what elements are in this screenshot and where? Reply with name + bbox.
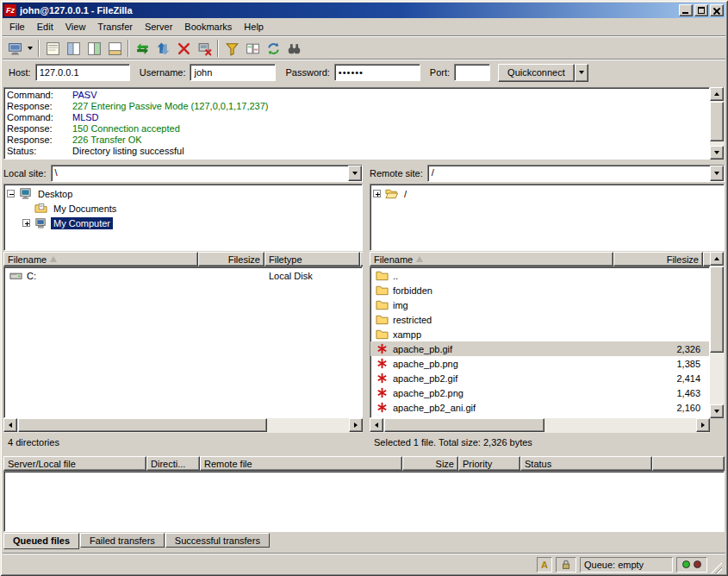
- scroll-right-button[interactable]: [349, 418, 363, 432]
- scroll-up-button[interactable]: [710, 252, 724, 266]
- scrollbar-thumb[interactable]: [710, 102, 724, 141]
- file-row[interactable]: ..: [370, 268, 709, 283]
- tab-queued-files[interactable]: Queued files: [3, 533, 79, 549]
- filesize-cell: [614, 283, 704, 297]
- tree-expander-minus[interactable]: [7, 190, 15, 197]
- file-row[interactable]: apache_pb.png1,385: [370, 356, 709, 371]
- log-scrollbar[interactable]: [710, 87, 725, 160]
- close-button[interactable]: [710, 4, 724, 16]
- local-site-combobox[interactable]: \: [51, 165, 363, 182]
- tree-expander-plus[interactable]: [373, 190, 381, 197]
- resize-grip[interactable]: [711, 562, 722, 573]
- cancel-button[interactable]: [173, 39, 194, 58]
- minimize-button[interactable]: [679, 4, 693, 16]
- log-line-type: Status:: [7, 146, 72, 157]
- menu-help[interactable]: Help: [238, 19, 270, 34]
- column-header-label: Filename: [374, 254, 413, 265]
- tab-failed-transfers[interactable]: Failed transfers: [80, 533, 165, 548]
- queue-column-header-server-local-file[interactable]: Server/Local file: [3, 456, 146, 471]
- remote-list-hscrollbar[interactable]: [370, 418, 710, 433]
- host-input[interactable]: [35, 64, 130, 81]
- local-tree-toggle-button[interactable]: [63, 39, 84, 58]
- remote-column-header-filename[interactable]: Filename: [370, 252, 613, 266]
- remote-tree-toggle-button[interactable]: [84, 39, 104, 58]
- file-row[interactable]: apache_pb.gif2,326: [370, 341, 709, 356]
- remote-file-list: ..forbiddenimgrestrictedxamppapache_pb.g…: [370, 266, 710, 418]
- local-list-header: FilenameFilesizeFiletypeL: [3, 252, 363, 266]
- remote-site-combobox[interactable]: /: [427, 165, 725, 182]
- transfer-type-indicator[interactable]: A: [537, 557, 552, 573]
- site-manager-button[interactable]: [4, 39, 25, 58]
- sort-ascending-icon: [50, 256, 57, 262]
- remote-column-header-filesize[interactable]: Filesize: [613, 252, 703, 266]
- queue-column-header-size[interactable]: Size: [402, 456, 458, 471]
- queue-column-header-directi[interactable]: Directi...: [146, 456, 200, 471]
- scroll-left-button[interactable]: [3, 418, 17, 432]
- refresh-button[interactable]: [132, 39, 152, 58]
- scrollbar-thumb[interactable]: [710, 266, 724, 353]
- encryption-indicator[interactable]: [556, 557, 576, 573]
- local-tree-item[interactable]: My Computer: [5, 216, 361, 230]
- local-column-header-filetype[interactable]: Filetype: [264, 252, 360, 266]
- directory-comparison-icon: [246, 41, 260, 56]
- column-header-label: Filesize: [228, 254, 260, 265]
- scrollbar-thumb[interactable]: [384, 418, 544, 432]
- file-row[interactable]: apache_pb2.png1,463: [370, 385, 709, 400]
- scroll-down-button[interactable]: [710, 404, 724, 418]
- port-input[interactable]: [454, 64, 490, 81]
- menu-bookmarks[interactable]: Bookmarks: [178, 19, 238, 34]
- quickconnect-dropdown-button[interactable]: [575, 64, 588, 82]
- refresh-icon: [135, 41, 150, 56]
- disconnect-button[interactable]: [194, 39, 215, 58]
- remote-tree-item[interactable]: /: [371, 186, 723, 201]
- remote-site-label: Remote site:: [370, 168, 423, 178]
- find-files-button[interactable]: [283, 39, 304, 58]
- file-row[interactable]: apache_pb2_ani.gif2,160: [370, 400, 709, 415]
- local-column-header-filename[interactable]: Filename: [3, 252, 198, 266]
- tab-successful-transfers[interactable]: Successful transfers: [165, 533, 270, 548]
- queue-column-header-priority[interactable]: Priority: [458, 456, 520, 471]
- filter-button[interactable]: [221, 39, 242, 58]
- quickconnect-button[interactable]: Quickconnect: [498, 64, 575, 82]
- file-row[interactable]: xampp: [370, 327, 709, 341]
- window-title: john@127.0.0.1 - FileZilla: [20, 5, 677, 16]
- menu-view[interactable]: View: [59, 19, 92, 34]
- menu-file[interactable]: File: [3, 19, 31, 34]
- local-site-dropdown-button[interactable]: [348, 166, 362, 181]
- process-queue-button[interactable]: [152, 39, 173, 58]
- message-log-toggle-button[interactable]: [42, 39, 63, 58]
- local-column-header-filesize[interactable]: Filesize: [198, 252, 264, 266]
- scroll-down-button[interactable]: [710, 146, 724, 160]
- menu-edit[interactable]: Edit: [31, 19, 59, 34]
- tree-expander-plus[interactable]: [22, 219, 30, 227]
- local-column-header-l[interactable]: L: [360, 252, 363, 266]
- queue-column-header-status[interactable]: Status: [520, 456, 652, 471]
- remote-list-scrollbar[interactable]: [710, 252, 725, 418]
- menu-transfer[interactable]: Transfer: [91, 19, 139, 34]
- password-input[interactable]: [334, 64, 420, 81]
- file-row[interactable]: apache_pb2.gif2,414: [370, 371, 709, 385]
- directory-comparison-button[interactable]: [242, 39, 263, 58]
- queue-toggle-button[interactable]: [104, 39, 125, 58]
- maximize-button[interactable]: [694, 4, 708, 16]
- menu-server[interactable]: Server: [139, 19, 178, 34]
- remote-site-dropdown-button[interactable]: [710, 166, 724, 181]
- local-tree-item[interactable]: My Documents: [5, 201, 361, 216]
- queue-column-header-remote-file[interactable]: Remote file: [200, 456, 402, 471]
- username-input[interactable]: [190, 64, 276, 81]
- file-row[interactable]: C:Local Disk: [4, 268, 362, 283]
- site-manager-dropdown-button[interactable]: [25, 39, 35, 58]
- file-row[interactable]: forbidden: [370, 283, 709, 297]
- local-tree-item[interactable]: Desktop: [5, 186, 361, 201]
- scroll-up-button[interactable]: [710, 87, 724, 101]
- scroll-left-button[interactable]: [370, 418, 383, 432]
- file-row[interactable]: img: [370, 297, 709, 312]
- filename-text: C:: [27, 271, 36, 281]
- file-image-icon: [375, 386, 389, 399]
- synchronized-browsing-button[interactable]: [263, 39, 283, 58]
- scroll-right-button[interactable]: [696, 418, 710, 432]
- computer-icon: [34, 216, 48, 229]
- local-list-hscrollbar[interactable]: [3, 418, 363, 433]
- scrollbar-thumb[interactable]: [18, 418, 267, 432]
- file-row[interactable]: restricted: [370, 312, 709, 327]
